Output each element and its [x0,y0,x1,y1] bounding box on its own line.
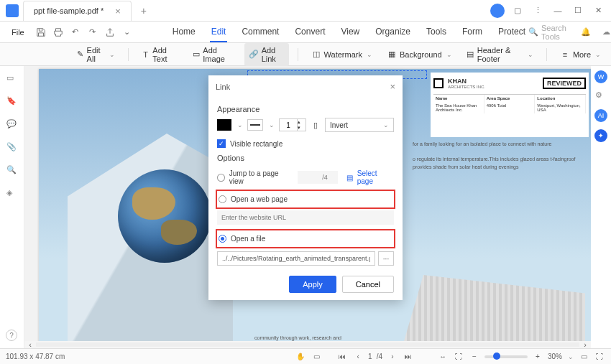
tab-edit[interactable]: Edit [210,22,228,42]
appearance-label: Appearance [217,105,394,113]
tab-organize[interactable]: Organize [374,22,412,42]
current-page[interactable]: 1 [368,353,372,360]
hand-tool-icon[interactable]: ✋ [295,351,306,363]
titlebar: ppt file-sample.pdf * × + ▢ ⋮ — ☐ ✕ [0,0,611,22]
add-image-button[interactable]: ▭Add Image [188,43,239,66]
fit-width-icon[interactable]: ↔ [437,351,449,363]
chevron-down-icon[interactable]: ⌄ [237,121,243,129]
zoom-level[interactable]: 30% [548,353,562,360]
background-icon: ▦ [387,50,397,60]
file-path-input[interactable] [217,251,375,266]
next-page-icon[interactable]: › [387,351,398,363]
header-footer-button[interactable]: ▤Header & Footer⌄ [462,43,538,66]
qat-dropdown-icon[interactable]: ⌄ [121,26,134,39]
url-input[interactable] [217,210,394,225]
radio-unchecked-icon [217,174,225,182]
edit-all-button[interactable]: ✎Edit All⌄ [72,43,119,66]
page-picker-icon[interactable]: ▤ [346,174,353,182]
open-file-option[interactable]: Open a file [217,232,265,246]
document-tab[interactable]: ppt file-sample.pdf * × [23,1,132,21]
kebab-menu-icon[interactable]: ⋮ [530,4,545,18]
reviewed-stamp: REVIEWED [543,78,586,89]
dialog-close-button[interactable]: × [390,81,395,92]
more-button[interactable]: ≡More⌄ [556,47,605,62]
first-page-icon[interactable]: ⏮ [336,351,348,363]
last-page-icon[interactable]: ⏭ [403,351,414,363]
redo-icon[interactable]: ↷ [86,26,99,39]
fullscreen-icon[interactable]: ⛶ [594,351,605,363]
user-avatar[interactable] [490,4,505,18]
image-icon: ▭ [192,50,200,60]
line-style-select[interactable] [247,119,263,131]
tab-protect[interactable]: Protect [497,22,527,42]
feedback-icon[interactable]: ▢ [510,4,525,18]
select-tool-icon[interactable]: ▭ [311,351,322,363]
color-swatch[interactable] [217,119,231,131]
options-label: Options [217,154,394,162]
zoom-slider[interactable] [484,355,528,358]
search-tools-input[interactable]: 🔍 Search Tools [528,24,566,41]
add-link-button[interactable]: 🔗Add Link [244,43,289,66]
window-minimize-button[interactable]: — [551,4,565,18]
prev-page-icon[interactable]: ‹ [352,351,364,363]
share-icon[interactable] [104,26,116,39]
watermark-button[interactable]: ◫Watermark⌄ [307,47,377,62]
dialog-title: Link [216,83,230,91]
cursor-coordinates: 101.93 x 47.87 cm [6,353,65,360]
layers-icon[interactable]: ◈ [6,188,18,200]
properties-icon[interactable]: ⚙ [595,90,607,102]
add-text-button[interactable]: TAdd Text [137,43,182,66]
thickness-input[interactable] [279,118,298,131]
cancel-button[interactable]: Cancel [342,276,394,293]
zoom-in-icon[interactable]: + [532,351,543,363]
attachments-icon[interactable]: 📎 [6,142,18,154]
browse-file-button[interactable]: ··· [378,251,394,266]
zoom-out-icon[interactable]: − [469,351,480,363]
notifications-icon[interactable]: 🔔 [581,27,591,37]
background-button[interactable]: ▦Background⌄ [382,47,456,62]
tab-form[interactable]: Form [461,22,484,42]
open-web-page-option-highlighted: Open a web page [216,190,395,209]
tab-convert[interactable]: Convert [293,22,326,42]
highlight-mode-select[interactable]: Invert⌄ [325,118,394,132]
tab-close-icon[interactable]: × [115,6,121,17]
apply-button[interactable]: Apply [289,276,336,293]
tab-tools[interactable]: Tools [425,22,448,42]
assistant-badge-icon[interactable]: ✦ [594,129,607,142]
ai-badge-icon[interactable]: AI [594,109,607,122]
comments-icon[interactable]: 💬 [6,119,18,131]
search-panel-icon[interactable]: 🔍 [6,165,18,177]
earth-image [118,169,211,263]
tab-comment[interactable]: Comment [240,22,280,42]
chevron-down-icon[interactable]: ⌄ [269,121,275,129]
new-tab-button[interactable]: + [134,1,153,20]
file-menu[interactable]: File [6,25,30,39]
save-icon[interactable] [35,26,47,39]
select-page-link[interactable]: Select page [357,169,394,185]
jump-to-page-option[interactable]: Jump to a page view ▤ Select page [217,167,394,188]
window-close-button[interactable]: ✕ [591,4,605,18]
page-number-input[interactable] [298,171,338,184]
chevron-down-icon[interactable]: ⌄ [568,353,574,360]
info-panel: KHANARCHITECTS INC. REVIEWED Name Area S… [431,73,589,137]
visible-rectangle-checkbox[interactable]: ✓ Visible rectangle [217,139,394,148]
word-badge-icon[interactable]: W [594,70,607,83]
chevron-down-icon: ⌄ [446,51,452,58]
open-web-page-option[interactable]: Open a web page [217,192,288,206]
right-sidebar: W ⚙ AI ✦ [591,66,611,348]
read-mode-icon[interactable]: ▭ [578,351,589,363]
tab-home[interactable]: Home [171,22,197,42]
thumbnails-icon[interactable]: ▭ [6,73,18,85]
print-icon[interactable] [52,26,65,39]
tab-view[interactable]: View [339,22,361,42]
undo-icon[interactable]: ↶ [69,26,82,39]
bookmarks-icon[interactable]: 🔖 [6,96,18,108]
fit-page-icon[interactable]: ⛶ [453,351,464,363]
cloud-icon[interactable]: ☁ [602,27,610,37]
thickness-stepper[interactable]: ▴▾ [279,118,306,131]
window-maximize-button[interactable]: ☐ [571,4,585,18]
horizontal-scrollbar[interactable]: ‹ › [24,341,591,348]
help-icon[interactable]: ? [6,330,17,341]
radio-checked-icon [219,235,226,243]
highlight-icon[interactable]: ▯ [311,120,321,130]
